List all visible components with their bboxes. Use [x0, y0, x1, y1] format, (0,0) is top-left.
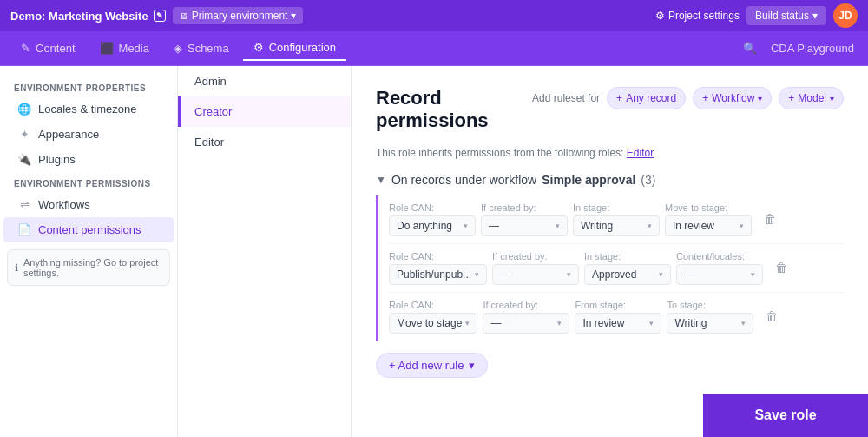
- build-status-label: Build status: [755, 10, 809, 22]
- model-button[interactable]: + Model ▾: [779, 87, 844, 109]
- if-created-value-3[interactable]: — ▾: [483, 313, 569, 334]
- add-ruleset-actions: Add ruleset for + Any record + Workflow …: [532, 87, 844, 109]
- role-can-label-1: Role CAN:: [389, 202, 476, 213]
- content-perms-icon: 📄: [17, 223, 31, 236]
- save-role-footer: Save role: [703, 394, 868, 437]
- if-created-value-1[interactable]: — ▾: [481, 215, 568, 236]
- sidebar-item-appearance[interactable]: ✦ Appearance: [3, 122, 174, 147]
- rules-container: Role CAN: Do anything ▾ If created by: —…: [376, 195, 844, 341]
- rule3-from-stage-col: From stage: In review ▾: [575, 300, 661, 334]
- nav-schema-label: Schema: [187, 42, 229, 55]
- add-new-rule-button[interactable]: + Add new rule ▾: [376, 353, 488, 378]
- nav-right-actions: 🔍 CDA Playground: [740, 38, 858, 58]
- mid-item-creator[interactable]: Creator: [178, 96, 351, 127]
- from-stage-value[interactable]: In review ▾: [575, 313, 661, 334]
- main-content: Recordpermissions Add ruleset for + Any …: [352, 66, 868, 437]
- workflow-header[interactable]: ▼ On records under workflow Simple appro…: [376, 173, 844, 187]
- content-locales-value[interactable]: — ▾: [676, 264, 763, 285]
- table-row: Role CAN: Publish/unpub... ▾ If created …: [389, 244, 844, 293]
- in-stage-value-2[interactable]: Approved ▾: [584, 264, 671, 285]
- rule3-if-created-col: If created by: — ▾: [483, 300, 569, 334]
- hint-text: Anything missing? Go to project settings…: [23, 257, 162, 278]
- rule1-move-to-col: Move to stage: In review ▾: [665, 202, 752, 236]
- build-status-button[interactable]: Build status ▾: [746, 6, 826, 25]
- in-stage-value-1[interactable]: Writing ▾: [573, 215, 660, 236]
- nav-content[interactable]: ✎ Content: [10, 36, 86, 60]
- nav-content-label: Content: [36, 42, 76, 55]
- content-permissions-label: Content permissions: [38, 223, 141, 236]
- dropdown-arrow-11: ▾: [649, 319, 654, 328]
- sidebar-item-locales[interactable]: 🌐 Locales & timezone: [3, 96, 174, 122]
- save-role-button[interactable]: Save role: [727, 407, 844, 423]
- dropdown-arrow-7: ▾: [659, 270, 663, 279]
- nav-media[interactable]: ⬛ Media: [89, 36, 160, 60]
- role-can-value-3[interactable]: Move to stage ▾: [389, 313, 477, 334]
- sidebar-item-workflows[interactable]: ⇌ Workflows: [3, 192, 174, 217]
- role-can-value-2[interactable]: Publish/unpub... ▾: [389, 264, 487, 285]
- sidebar-item-plugins[interactable]: 🔌 Plugins: [3, 147, 174, 172]
- locales-label: Locales & timezone: [38, 103, 136, 116]
- search-icon[interactable]: 🔍: [740, 38, 760, 58]
- config-icon: ⚙: [253, 41, 264, 54]
- nav-schema[interactable]: ◈ Schema: [163, 36, 240, 60]
- project-settings-hint[interactable]: ℹ Anything missing? Go to project settin…: [7, 249, 170, 286]
- nav-media-label: Media: [119, 42, 149, 55]
- do-anything-text: Do anything: [397, 220, 452, 232]
- main-layout: ENVIRONMENT PROPERTIES 🌐 Locales & timez…: [0, 66, 868, 437]
- dropdown-arrow-4: ▾: [740, 222, 744, 230]
- dropdown-arrow-12: ▾: [741, 319, 746, 328]
- sidebar-item-content-permissions[interactable]: 📄 Content permissions: [3, 217, 174, 242]
- any-record-button[interactable]: + Any record: [607, 87, 686, 109]
- settings-gear-icon: ⚙: [655, 10, 665, 22]
- workflow-on-records-label: On records under workflow: [391, 173, 536, 187]
- delete-rule-1-button[interactable]: 🗑: [760, 209, 779, 229]
- role-can-value-1[interactable]: Do anything ▾: [389, 215, 476, 236]
- env-permissions-label: ENVIRONMENT PERMISSIONS: [0, 172, 177, 192]
- creator-label: Creator: [194, 105, 232, 118]
- plus-icon-2: +: [702, 92, 708, 104]
- edit-icon[interactable]: ✎: [154, 10, 166, 22]
- nav-config-label: Configuration: [269, 41, 336, 54]
- in-stage-text-1: Writing: [581, 220, 613, 232]
- page-title: Recordpermissions: [376, 87, 489, 133]
- schema-icon: ◈: [174, 42, 182, 55]
- workflow-button[interactable]: + Workflow ▾: [693, 87, 772, 109]
- if-created-text-2: —: [500, 268, 510, 281]
- avatar[interactable]: JD: [833, 3, 858, 28]
- rule2-if-created-col: If created by: — ▾: [492, 251, 579, 285]
- if-created-value-2[interactable]: — ▾: [492, 264, 579, 285]
- plugins-icon: 🔌: [17, 153, 31, 166]
- role-can-label-2: Role CAN:: [389, 251, 487, 262]
- dropdown-arrow-6: ▾: [567, 270, 571, 279]
- inherits-description: This role inherits permissions from the …: [376, 147, 623, 159]
- mid-item-admin[interactable]: Admin: [178, 66, 351, 96]
- delete-rule-3-button[interactable]: 🗑: [762, 306, 781, 327]
- appearance-label: Appearance: [38, 128, 99, 141]
- rule2-content-locales-col: Content/locales: — ▾: [676, 251, 763, 285]
- dropdown-arrow-1: ▾: [464, 222, 468, 230]
- content-icon: ✎: [21, 42, 30, 55]
- plus-icon: +: [616, 92, 622, 104]
- model-chevron-icon: ▾: [830, 94, 834, 103]
- avatar-initials: JD: [838, 10, 852, 22]
- mid-item-editor[interactable]: Editor: [178, 127, 351, 157]
- to-stage-value[interactable]: Writing ▾: [667, 313, 753, 334]
- env-badge[interactable]: 🖥 Primary environment ▾: [173, 7, 304, 24]
- in-stage-label-1: In stage:: [573, 202, 660, 213]
- nav-configuration[interactable]: ⚙ Configuration: [243, 36, 346, 61]
- workflows-label: Workflows: [38, 198, 90, 211]
- globe-icon: 🌐: [17, 103, 31, 116]
- publish-unpub-text: Publish/unpub...: [397, 268, 471, 281]
- dropdown-arrow-10: ▾: [557, 319, 562, 328]
- env-icon: 🖥: [180, 11, 188, 21]
- cda-playground-button[interactable]: CDA Playground: [767, 38, 858, 58]
- appearance-icon: ✦: [17, 128, 31, 141]
- top-bar: Demo: Marketing Website ✎ 🖥 Primary envi…: [0, 0, 868, 31]
- from-stage-label: From stage:: [575, 300, 661, 310]
- project-settings-button[interactable]: ⚙ Project settings: [655, 10, 740, 22]
- move-to-value-1[interactable]: In review ▾: [665, 215, 752, 236]
- editor-link[interactable]: Editor: [627, 147, 654, 159]
- dropdown-arrow-3: ▾: [648, 222, 652, 230]
- dropdown-arrow-5: ▾: [475, 270, 479, 279]
- delete-rule-2-button[interactable]: 🗑: [772, 257, 791, 278]
